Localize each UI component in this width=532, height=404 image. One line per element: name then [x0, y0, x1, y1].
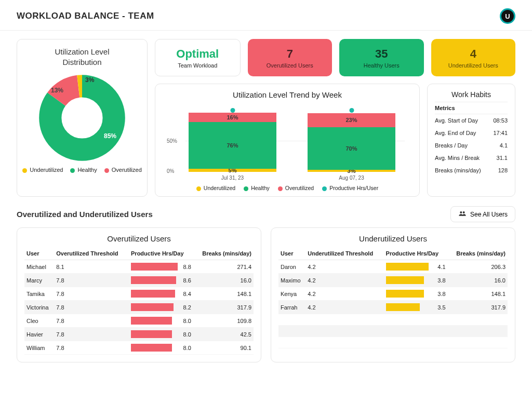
trend-bar: 3%70%23%	[308, 111, 395, 172]
trend-bar: 5%76%16%	[189, 111, 276, 172]
header: WORKLOAD BALANCE - TEAM U	[0, 0, 532, 31]
donut-legend: Underutilized Healthy Overutilized	[22, 167, 142, 173]
habits-title: Work Habits	[435, 90, 508, 99]
svg-point-1	[463, 211, 465, 213]
donut-label-over: 13%	[51, 87, 63, 94]
habits-row: Breaks / Day4.1	[435, 139, 508, 152]
habits-row: Avg. Start of Day08:53	[435, 114, 508, 127]
see-all-users-button[interactable]: See All Users	[450, 206, 515, 222]
trend-title: Utilization Level Trend by Week	[165, 90, 410, 99]
section-title: Overutilized and Underutilized Users	[17, 210, 153, 219]
donut-chart: 3% 13% 85%	[35, 71, 129, 165]
donut-label-under: 3%	[85, 76, 94, 84]
productive-dot	[349, 108, 354, 113]
users-icon	[458, 210, 467, 218]
logo-letter: U	[501, 10, 514, 22]
table-row[interactable]: Michael8.18.8271.4	[24, 260, 254, 274]
habits-header: Metrics	[435, 102, 508, 114]
logo[interactable]: U	[500, 8, 515, 24]
over-table-card: Overutilized Users UserOverutilized Thre…	[17, 227, 261, 362]
table-row[interactable]: Marcy7.88.616.0	[24, 274, 254, 287]
table-row[interactable]: Havier7.88.042.5	[24, 328, 254, 341]
table-row[interactable]: Farrah4.23.5317.9	[278, 301, 508, 314]
trend-xlabels: Jul 31, 23Aug 07, 23	[165, 172, 410, 181]
table-row[interactable]: Daron4.24.1206.3	[278, 260, 508, 274]
habits-card: Work Habits Metrics Avg. Start of Day08:…	[427, 84, 515, 197]
table-row[interactable]: Tamika7.88.4148.1	[24, 287, 254, 301]
donut-label-healthy: 85%	[104, 132, 116, 140]
summary-optimal[interactable]: Optimal Team Workload	[155, 39, 241, 76]
table-row[interactable]: Cleo7.88.0109.8	[24, 314, 254, 328]
habits-row: Avg. End of Day17:41	[435, 127, 508, 139]
habits-row: Avg. Mins / Break31.1	[435, 152, 508, 164]
habits-row: Breaks (mins/day)128	[435, 164, 508, 177]
page-title: WORKLOAD BALANCE - TEAM	[17, 11, 154, 21]
over-table-title: Overutilized Users	[24, 234, 254, 243]
under-table-card: Underutilized Users UserUnderutilized Th…	[271, 227, 515, 362]
table-row[interactable]: Maximo4.23.816.0	[278, 274, 508, 287]
trend-legend: Underutilized Healthy Overutilized Produ…	[165, 185, 410, 191]
donut-seg-under	[50, 86, 114, 150]
table-row[interactable]: Kenya4.23.8148.1	[278, 287, 508, 301]
under-table: UserUnderutilized ThresholdProductive Hr…	[278, 247, 508, 348]
table-row[interactable]: Victorina7.88.2317.9	[24, 301, 254, 314]
trend-card: Utilization Level Trend by Week 50% 0% 5…	[155, 84, 420, 197]
trend-chart: 50% 0% 5%76%16%3%70%23%	[165, 104, 410, 172]
table-row[interactable]: William7.88.090.1	[24, 341, 254, 355]
summary-over[interactable]: 7 Overutilized Users	[248, 39, 332, 76]
under-table-title: Underutilized Users	[278, 234, 508, 243]
summary-under[interactable]: 4 Underutilized Users	[431, 39, 516, 76]
svg-point-0	[460, 211, 462, 213]
summary-healthy[interactable]: 35 Healthy Users	[339, 39, 424, 76]
over-table: UserOverutilized ThresholdProductive Hrs…	[24, 247, 254, 355]
donut-title: Utilization Level Distribution	[22, 47, 142, 67]
donut-card: Utilization Level Distribution 3% 13% 85…	[17, 39, 148, 197]
